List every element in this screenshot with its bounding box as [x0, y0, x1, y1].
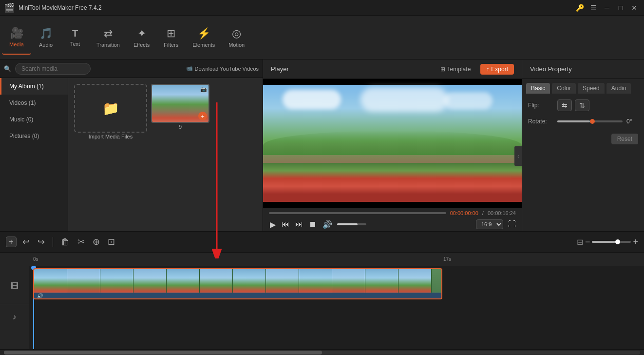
split-btn[interactable]: ⊕	[91, 235, 102, 249]
tab-basic[interactable]: Basic	[526, 83, 550, 94]
filters-label: Filters	[164, 42, 178, 48]
player-panel: Player ⊞ Template ↑ Export	[263, 59, 522, 231]
rotate-slider[interactable]	[557, 120, 623, 122]
volume-slider[interactable]	[337, 223, 366, 225]
toolbar-filters[interactable]: ⊞ Filters	[156, 20, 186, 55]
zoom-out-btn[interactable]: −	[585, 237, 590, 247]
columns-icon: ⊟	[577, 237, 583, 247]
track-labels: 🎞 ♪	[0, 266, 29, 349]
minimize-btn[interactable]: ─	[601, 2, 613, 14]
video-track: 🔊 ⇄ ↓ ⇄	[33, 268, 640, 304]
ruler-end: 17s	[443, 256, 451, 262]
scrollbar-thumb[interactable]	[4, 351, 322, 355]
volume-fill	[337, 223, 358, 225]
motion-icon: ◎	[232, 27, 241, 40]
tab-color[interactable]: Color	[552, 83, 576, 94]
toolbar-transition[interactable]: ⇄ Transition	[90, 20, 127, 55]
toolbar-divider-1	[53, 237, 53, 247]
bottom-toolbar: + ↩ ↪ 🗑 ✂ ⊕ ⊡ ⊟ − +	[0, 231, 644, 253]
media-grid: 📁 Import Media Files 📷 + 9	[68, 78, 263, 231]
effects-label: Effects	[133, 42, 150, 48]
audio-icon: 🎵	[39, 27, 53, 40]
zoom-thumb[interactable]	[615, 239, 620, 244]
nav-pictures[interactable]: Pictures (0)	[0, 128, 68, 144]
audio-track	[33, 306, 640, 332]
volume-btn[interactable]: 🔊	[322, 219, 333, 230]
timeline-tracks[interactable]: 🔊 ⇄ ↓ ⇄	[29, 266, 644, 349]
motion-label: Motion	[228, 42, 245, 48]
download-youtube-btn[interactable]: 📹 Download YouTube Videos	[186, 65, 259, 72]
timeline-body: 🎞 ♪	[0, 266, 644, 349]
fullscreen-btn[interactable]: ⛶	[508, 220, 516, 229]
template-btn[interactable]: ⊞ Template	[435, 64, 477, 75]
crop-btn[interactable]: ⊡	[106, 235, 117, 249]
flip-horizontal-btn[interactable]: ⇆	[557, 99, 572, 111]
search-input[interactable]	[15, 63, 91, 75]
audio-wave-icon: 🔊	[37, 293, 43, 298]
app-logo: 🎬	[4, 2, 15, 13]
thumb-num-label: 9	[179, 124, 182, 130]
clip-audio-bar: 🔊	[34, 293, 441, 298]
toolbar-elements[interactable]: ⚡ Elements	[186, 20, 222, 55]
property-body: Flip: ⇆ ⇅ Rotate: 0°	[522, 94, 644, 231]
right-panel: Video Property Basic Color Speed Audio F…	[522, 59, 644, 231]
progress-bar[interactable]	[269, 212, 446, 214]
rotate-fill	[557, 120, 590, 122]
import-media-btn[interactable]: 📁	[74, 84, 147, 133]
media-label: Media	[9, 41, 24, 47]
tab-speed[interactable]: Speed	[578, 83, 605, 94]
menu-btn[interactable]: ☰	[587, 2, 599, 14]
prev-frame-btn[interactable]: ⏮	[281, 219, 290, 230]
audio-track-label: ♪	[0, 304, 29, 330]
cut-btn[interactable]: ✂	[76, 235, 87, 249]
add-track-btn[interactable]: +	[6, 237, 17, 247]
media-thumb-1[interactable]: 📷 +	[151, 84, 209, 123]
tab-audio[interactable]: Audio	[606, 83, 631, 94]
add-to-timeline-btn[interactable]: +	[198, 112, 207, 120]
zoom-in-btn[interactable]: +	[633, 237, 638, 247]
my-album-label: My Album (1)	[9, 83, 44, 90]
rotate-thumb[interactable]	[590, 119, 595, 124]
toolbar-media[interactable]: 🎥 Media	[2, 20, 31, 55]
maximize-btn[interactable]: □	[615, 2, 626, 14]
current-time: 00:00:00:00	[450, 210, 478, 216]
nav-my-album[interactable]: My Album (1)	[0, 78, 68, 95]
flip-vertical-btn[interactable]: ⇅	[575, 99, 589, 111]
titlebar: 🎬 MiniTool MovieMaker Free 7.4.2 🔑 ☰ ─ □…	[0, 0, 644, 16]
reset-btn[interactable]: Reset	[611, 134, 638, 144]
app-title: MiniTool MovieMaker Free 7.4.2	[19, 4, 102, 11]
redo-btn[interactable]: ↪	[36, 235, 47, 249]
video-clip[interactable]: 🔊	[33, 268, 442, 299]
stop-btn[interactable]: ⏹	[308, 219, 318, 230]
export-icon: ↑	[486, 66, 489, 73]
zoom-slider[interactable]	[592, 241, 631, 243]
collapse-arrow[interactable]: ‹	[514, 146, 522, 166]
delete-btn[interactable]: 🗑	[59, 235, 72, 249]
scrollbar-track[interactable]	[4, 351, 640, 355]
camera-icon: 📷	[200, 86, 207, 93]
play-btn[interactable]: ▶	[269, 219, 277, 230]
nav-music[interactable]: Music (0)	[0, 111, 68, 128]
rotate-value: 0°	[626, 118, 638, 125]
next-frame-btn[interactable]: ⏭	[294, 219, 304, 230]
undo-btn[interactable]: ↩	[20, 235, 32, 249]
media-search-bar: 🔍 📹 Download YouTube Videos	[0, 59, 263, 78]
player-controls: 00:00:00:00 / 00:00:16:24 ▶ ⏮ ⏭ ⏹ 🔊	[263, 208, 522, 231]
key-btn[interactable]: 🔑	[574, 2, 586, 14]
timeline-scrollbar[interactable]	[0, 349, 644, 355]
toolbar-effects[interactable]: ✦ Effects	[127, 20, 156, 55]
rotate-controls	[557, 120, 623, 122]
toolbar-text[interactable]: T Text	[60, 20, 90, 55]
export-btn[interactable]: ↑ Export	[480, 64, 514, 75]
text-icon: T	[72, 28, 78, 39]
toolbar-audio[interactable]: 🎵 Audio	[31, 20, 60, 55]
main-toolbar: 🎥 Media 🎵 Audio T Text ⇄ Transition ✦ Ef…	[0, 16, 644, 59]
video-track-icon: 🎞	[11, 282, 19, 291]
close-btn[interactable]: ✕	[628, 2, 640, 14]
filters-icon: ⊞	[167, 27, 175, 40]
ruler-start: 0s	[33, 256, 38, 262]
effects-icon: ✦	[137, 27, 146, 40]
toolbar-motion[interactable]: ◎ Motion	[222, 20, 251, 55]
nav-videos[interactable]: Videos (1)	[0, 95, 68, 111]
aspect-ratio-select[interactable]: 16:9 9:16 1:1 4:3	[476, 219, 503, 229]
